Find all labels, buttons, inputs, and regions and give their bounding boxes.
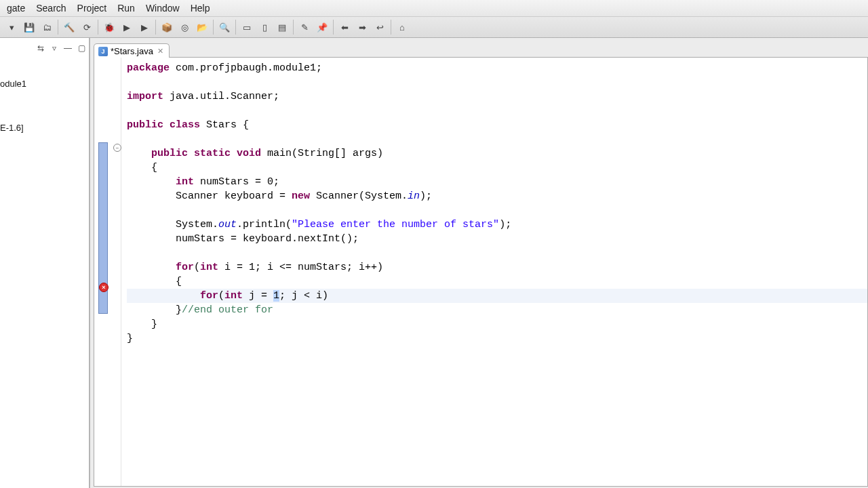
save-icon[interactable]: 💾: [20, 18, 38, 36]
tool-btn-1[interactable]: ▾: [3, 18, 20, 36]
run-ext-icon[interactable]: ▶: [136, 18, 153, 36]
toolbar: ▾ 💾 🗂 🔨 ⟳ 🐞 ▶ ▶ 📦 ◎ 📂 🔍 ▭ ▯ ▤ ✎ 📌 ⬅ ➡ ↩ …: [0, 17, 868, 38]
package-explorer[interactable]: ⇆ ▿ — ▢ odule1 E-1.6]: [0, 38, 90, 488]
maximize-icon[interactable]: ▢: [75, 43, 87, 54]
refresh-icon[interactable]: ⟳: [78, 18, 96, 36]
run-icon[interactable]: ▶: [118, 18, 136, 36]
editor-tabs: J *Stars.java ✕: [94, 41, 868, 57]
import-decl: java.util.Scanner;: [163, 91, 279, 102]
editor-body: − × package com.profjpbaugh.module1; imp…: [94, 57, 868, 487]
main-sig: main(String[] args): [261, 148, 383, 159]
view-menu-icon[interactable]: ▿: [48, 43, 60, 54]
task-icon[interactable]: ✎: [296, 18, 313, 36]
link-editor-icon[interactable]: ⇆: [35, 43, 47, 54]
close-icon[interactable]: ✕: [156, 47, 165, 56]
java-file-icon: J: [98, 47, 108, 56]
new-class-icon[interactable]: ◎: [176, 18, 193, 36]
debug-icon[interactable]: 🐞: [100, 18, 118, 36]
code-editor[interactable]: package com.profjpbaugh.module1; import …: [121, 58, 867, 486]
pin-icon[interactable]: 📌: [313, 18, 331, 36]
editor-tab-stars[interactable]: J *Stars.java ✕: [94, 43, 170, 58]
selection: 1: [273, 290, 279, 302]
annotation-icon[interactable]: ▤: [273, 18, 291, 36]
minimize-icon[interactable]: —: [62, 43, 74, 54]
menu-search[interactable]: Search: [31, 1, 71, 16]
string-literal: "Please enter the number of stars": [292, 219, 499, 230]
home-icon[interactable]: ⌂: [393, 18, 411, 36]
kw-import: import: [127, 91, 163, 102]
kw-package: package: [127, 62, 170, 74]
menu-project[interactable]: Project: [72, 1, 113, 16]
new-package-icon[interactable]: 📦: [158, 18, 176, 36]
menubar: gate Search Project Run Window Help: [0, 0, 868, 17]
back-icon[interactable]: ⬅: [336, 18, 353, 36]
fold-toggle-icon[interactable]: −: [113, 144, 121, 152]
editor-tab-label: *Stars.java: [111, 46, 153, 56]
search-icon[interactable]: 🔍: [216, 18, 233, 36]
open-type-icon[interactable]: 📂: [193, 18, 211, 36]
editor-area: J *Stars.java ✕ − × package com.profjpba…: [90, 38, 868, 488]
menu-help[interactable]: Help: [185, 1, 216, 16]
last-edit-icon[interactable]: ↩: [371, 18, 389, 36]
saveall-icon[interactable]: 🗂: [38, 18, 56, 36]
kw-class: class: [170, 119, 200, 131]
class-decl: Stars {: [200, 119, 249, 131]
build-icon[interactable]: 🔨: [60, 18, 78, 36]
gutter[interactable]: − ×: [94, 58, 121, 486]
error-icon[interactable]: ×: [99, 283, 108, 292]
mark-occur-icon[interactable]: ▯: [256, 18, 273, 36]
menu-navigate[interactable]: gate: [1, 1, 31, 16]
menu-window[interactable]: Window: [140, 1, 185, 16]
toggle-breadcrumb-icon[interactable]: ▭: [238, 18, 256, 36]
pkg-decl: com.profjpbaugh.module1;: [170, 62, 322, 74]
tree-item-module[interactable]: odule1: [0, 77, 89, 91]
menu-run[interactable]: Run: [112, 1, 140, 16]
forward-icon[interactable]: ➡: [353, 18, 371, 36]
main-area: ⇆ ▿ — ▢ odule1 E-1.6] J *Stars.java ✕ − …: [0, 38, 868, 488]
tree-item-jre[interactable]: E-1.6]: [0, 121, 89, 135]
comment: //end outer for: [182, 304, 273, 316]
kw-public: public: [127, 119, 163, 131]
